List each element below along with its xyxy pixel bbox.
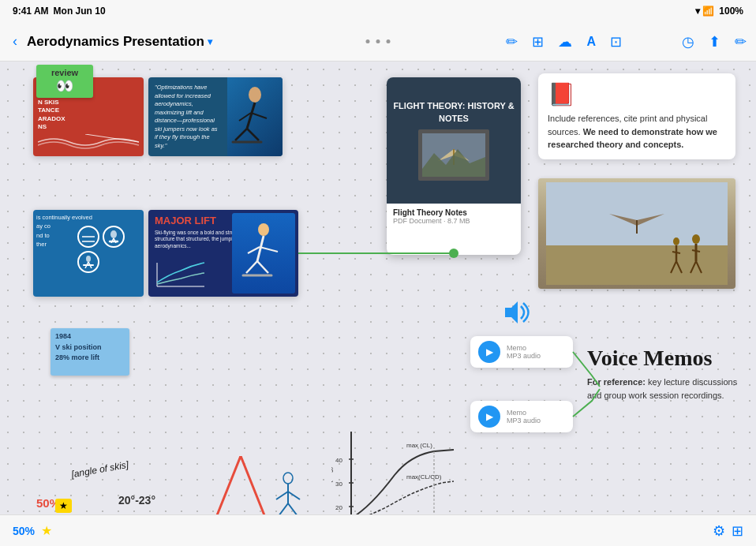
memo-1-type: MP3 audio [507,352,541,360]
pdf-title: FLIGHT THEORY: HISTORY & NOTES [387,100,521,125]
svg-text:max (CL): max (CL) [406,442,432,449]
slide-2-card[interactable]: "Optimizations have allowed for increase… [148,77,283,156]
svg-line-4 [247,129,259,140]
slide-1-decoration [38,134,139,150]
reference-text: Include references, cite print and physi… [548,112,726,151]
svg-rect-23 [546,245,728,285]
memo-card-1[interactable]: ▶ Memo MP3 audio [470,336,573,368]
memo-2-type: MP3 audio [507,417,541,424]
pdf-filename: Flight Theory Notes [393,208,515,217]
sticky-review-note[interactable]: review 👀 [36,65,93,98]
svg-line-39 [241,456,264,515]
svg-text:40: 40 [335,457,342,464]
memo-play-button-2[interactable]: ▶ [478,406,500,428]
document-title[interactable]: Aerodynamics Presentation ▾ [27,34,212,50]
sticky-label: review [51,68,78,77]
svg-marker-35 [505,301,518,323]
wifi-icon: ▾ 📶 [695,6,714,17]
sticky-blue-line2: V ski position [55,342,125,353]
canvas-area[interactable]: review 👀 NS DYNAMICS N SKIS TANCE ARADOX… [0,62,756,546]
svg-point-40 [283,473,293,484]
memo-play-button-1[interactable]: ▶ [478,341,500,363]
grid-view-icon[interactable]: ⊞ [532,33,544,50]
svg-point-15 [258,223,269,236]
slide-2-quote-text: "Optimizations have allowed for increase… [155,84,218,149]
svg-point-1 [249,87,261,103]
toolbar-center-dots [366,39,391,43]
slide-1-line3: N SKIS [38,99,139,107]
svg-point-10 [110,230,117,238]
pencil-tool-icon[interactable]: ✏ [506,33,518,50]
historical-photo [538,178,735,289]
svg-text:max(CL/CD): max(CL/CD) [406,473,442,481]
voice-memos-title: Voice Memos [587,346,712,371]
back-button[interactable]: ‹ [9,30,21,53]
text-tool-icon[interactable]: A [586,35,596,49]
share-icon[interactable]: ⬆ [709,33,720,50]
sticky-blue-line3: 28% more lift [55,353,125,364]
svg-text:α (deg): α (deg) [331,466,333,489]
memo-2-label: Memo [507,409,541,417]
status-time: 9:41 AM [13,6,49,17]
slide-1-line4: TANCE [38,107,139,114]
image-tool-icon[interactable]: ⊡ [610,33,622,50]
pdf-card[interactable]: FLIGHT THEORY: HISTORY & NOTES Flight Th… [387,77,521,255]
memo-1-label: Memo [507,344,541,352]
star-icon[interactable]: ★ [41,523,52,538]
pdf-cover: FLIGHT THEORY: HISTORY & NOTES [387,77,521,204]
edit-icon[interactable]: ✏ [735,33,747,50]
angle-value-annotation: 20°-23° [118,494,155,507]
voice-memos-description: For reference: key lecture discussions a… [587,376,745,402]
status-date: Mon Jun 10 [54,6,106,17]
toolbar: ‹ Aerodynamics Presentation ▾ ✏ ⊞ ☁ A ⊡ … [0,22,756,62]
grid-layout-icon[interactable]: ⊞ [732,522,743,540]
slide-3-card[interactable]: is continually evolveday cond tother [33,210,144,297]
slide-1-line5: ARADOX [38,115,139,123]
sticky-eyes-icon: 👀 [56,77,73,95]
pdf-info: Flight Theory Notes PDF Document · 8.7 M… [387,204,521,230]
svg-line-0 [85,134,139,142]
angle-label-annotation: [angle of skis] [70,459,129,481]
sticky-blue-note[interactable]: 1984 V ski position 28% more lift [51,328,129,376]
svg-point-14 [86,256,91,262]
svg-line-38 [217,456,241,515]
history-icon[interactable]: ◷ [682,33,694,50]
svg-point-30 [673,237,679,245]
pdf-size: PDF Document · 8.7 MB [393,217,515,225]
tree-structure-icon[interactable]: ⚙ [713,522,725,540]
slide-1-line6: NS [38,123,139,131]
svg-line-43 [288,492,300,499]
title-chevron-icon: ▾ [208,36,212,47]
svg-text:30: 30 [335,481,342,488]
svg-line-42 [276,492,288,499]
battery-indicator: 100% [719,6,743,17]
ski-v-shape [209,456,272,522]
audio-speaker-icon[interactable] [500,298,532,332]
book-icon: 📕 [548,81,726,107]
reference-card: 📕 Include references, cite print and phy… [538,73,735,159]
memo-card-2[interactable]: ▶ Memo MP3 audio [470,401,573,432]
svg-rect-22 [546,182,728,245]
svg-line-3 [235,129,247,140]
svg-line-6 [251,113,267,118]
toolbar-right-icons: ✏ ⊞ ☁ A ⊡ ◷ ⬆ ✏ [506,33,747,50]
sticky-blue-line1: 1984 [55,331,125,342]
star-badge[interactable]: ★ [55,499,72,513]
slide-4-card[interactable]: MAJOR LIFT Ski-flying was once a bold an… [148,210,298,297]
bottom-toolbar: 50% ★ ⚙ ⊞ [0,514,756,546]
svg-point-25 [692,234,700,244]
svg-text:20: 20 [335,504,342,511]
zoom-level[interactable]: 50% [13,525,35,537]
status-bar: 9:41 AM Mon Jun 10 ▾ 📶 100% [0,0,756,22]
cloud-icon[interactable]: ☁ [558,33,572,50]
